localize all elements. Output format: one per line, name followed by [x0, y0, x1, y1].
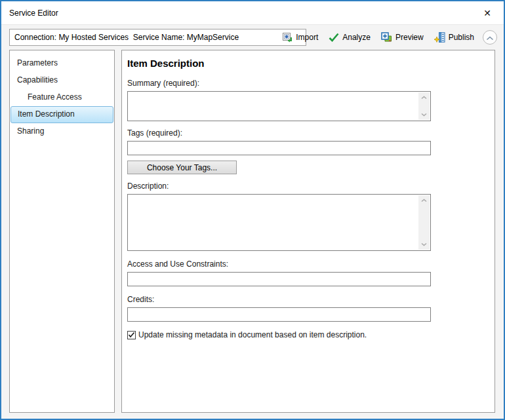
- publish-button[interactable]: Publish: [432, 31, 476, 44]
- credits-label: Credits:: [127, 295, 495, 304]
- update-metadata-label: Update missing metadata in document base…: [138, 330, 367, 339]
- access-constraints-input[interactable]: [127, 272, 431, 286]
- collapse-toolbar-button[interactable]: [483, 30, 497, 45]
- tags-input[interactable]: [127, 141, 431, 155]
- update-metadata-row: Update missing metadata in document base…: [127, 330, 495, 339]
- checkmark-icon: [128, 332, 135, 338]
- analyze-label: Analyze: [342, 33, 371, 42]
- description-label: Description:: [127, 181, 495, 191]
- import-button[interactable]: Import: [280, 31, 320, 44]
- publish-label: Publish: [449, 33, 474, 42]
- scroll-up-icon[interactable]: [418, 92, 430, 103]
- access-constraints-label: Access and Use Constraints:: [127, 259, 495, 269]
- service-editor-window: Service Editor ✕ Connection: My Hosted S…: [0, 0, 505, 420]
- tags-label: Tags (required):: [127, 128, 495, 138]
- scroll-up-icon[interactable]: [418, 195, 430, 206]
- close-icon: ✕: [483, 8, 491, 18]
- settings-nav: Parameters Capabilities Feature Access I…: [9, 50, 115, 413]
- description-scrollbar: [418, 195, 430, 250]
- analyze-button[interactable]: Analyze: [327, 31, 373, 43]
- preview-icon: [381, 32, 392, 43]
- preview-label: Preview: [395, 33, 424, 42]
- nav-item-capabilities[interactable]: Capabilities: [10, 72, 114, 89]
- choose-tags-button[interactable]: Choose Your Tags...: [127, 161, 237, 174]
- summary-textarea[interactable]: [129, 92, 418, 120]
- titlebar: Service Editor ✕: [1, 1, 504, 25]
- preview-button[interactable]: Preview: [379, 31, 426, 44]
- import-icon: [282, 32, 293, 43]
- nav-item-sharing[interactable]: Sharing: [10, 123, 114, 140]
- analyze-check-icon: [329, 33, 339, 42]
- toolbar: Import Analyze Preview: [280, 29, 497, 46]
- item-description-panel: Item Description Summary (required): Tag…: [121, 50, 495, 413]
- nav-item-item-description[interactable]: Item Description: [10, 106, 113, 123]
- publish-icon: [434, 32, 445, 43]
- summary-label: Summary (required):: [127, 79, 495, 88]
- summary-scrollbar: [418, 92, 430, 120]
- scroll-down-icon[interactable]: [418, 239, 430, 250]
- nav-item-parameters[interactable]: Parameters: [10, 55, 114, 72]
- import-label: Import: [296, 33, 318, 42]
- nav-item-feature-access[interactable]: Feature Access: [10, 89, 114, 106]
- summary-field-frame: [127, 91, 431, 121]
- window-title: Service Editor: [9, 1, 58, 25]
- connection-field[interactable]: Connection: My Hosted Services Service N…: [9, 29, 306, 46]
- chevron-up-icon: [486, 33, 494, 43]
- description-textarea[interactable]: [129, 195, 418, 250]
- page-title: Item Description: [127, 58, 495, 69]
- credits-input[interactable]: [127, 307, 431, 322]
- scroll-down-icon[interactable]: [418, 109, 430, 120]
- close-button[interactable]: ✕: [474, 1, 501, 24]
- update-metadata-checkbox[interactable]: [127, 331, 136, 339]
- description-field-frame: [127, 194, 431, 251]
